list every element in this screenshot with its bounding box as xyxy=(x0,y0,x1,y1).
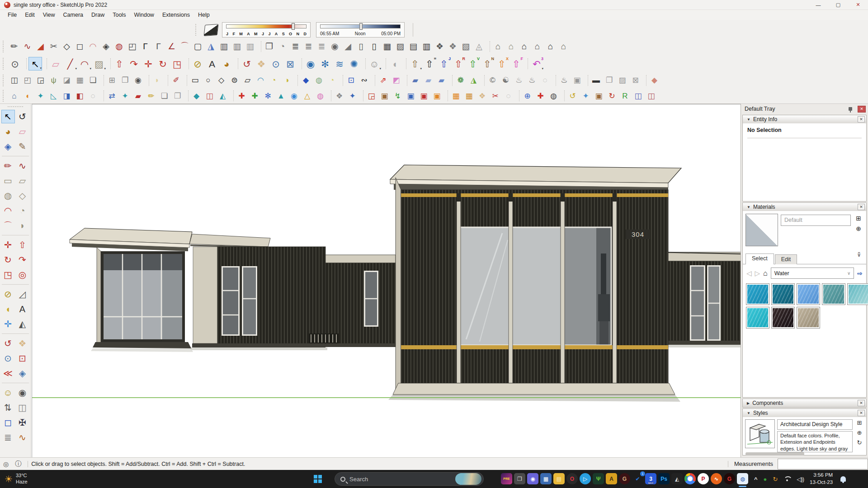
material-swatch-water-cyan[interactable] xyxy=(746,307,769,328)
curic-section-icon[interactable]: ↶3▾ xyxy=(530,57,543,70)
rug-orange-2-icon[interactable]: ▦ xyxy=(463,90,475,102)
menu-item[interactable]: View xyxy=(39,12,59,18)
plus-red-icon[interactable]: ✚ xyxy=(236,90,248,102)
cut-plane-icon[interactable]: ✂ xyxy=(47,40,60,52)
crate-brown-icon[interactable]: ▣ xyxy=(378,90,391,102)
r-green-icon[interactable]: R xyxy=(619,90,631,102)
rotated-rectangle-icon[interactable]: ▱ xyxy=(16,174,29,188)
node-box-icon[interactable]: ◮ xyxy=(467,74,480,86)
rectangle-icon[interactable]: ▭ xyxy=(1,174,15,188)
account-icon[interactable]: ☺▾ xyxy=(368,57,381,70)
house-1-icon[interactable]: ⌂ xyxy=(492,40,504,52)
tab-select[interactable]: Select xyxy=(745,253,774,264)
teapot-dot-icon[interactable]: ♨ xyxy=(558,74,570,86)
stairs-1-icon[interactable]: ≣ xyxy=(289,40,302,52)
ramp-icon[interactable]: ◢ xyxy=(342,40,354,52)
warehouse-shield-icon[interactable]: ◉ xyxy=(304,57,317,70)
scissors-red-icon[interactable]: ✂ xyxy=(489,90,501,102)
taskbar-app-chrome[interactable] xyxy=(684,473,696,484)
teal-wedge-icon[interactable]: ◭ xyxy=(217,90,229,102)
section-plane-tool-icon[interactable]: ◫ xyxy=(16,401,29,414)
fan-yellow-icon[interactable]: ◔ xyxy=(326,74,338,86)
shape-circle-pie-icon[interactable]: ◑ xyxy=(281,74,293,86)
eye-copy-icon[interactable]: ◉ xyxy=(132,74,144,86)
arc-icon[interactable]: ⌒ xyxy=(1,219,15,232)
shadow-toggle-icon[interactable] xyxy=(204,23,219,36)
entity-info-close-button[interactable]: ✕ xyxy=(858,116,865,122)
time-slider-track[interactable] xyxy=(320,24,401,28)
styles-close-button[interactable]: ✕ xyxy=(858,410,865,416)
select-icon[interactable]: ↖▾ xyxy=(28,57,42,70)
offset-icon[interactable]: ◎ xyxy=(16,268,29,282)
follow-me-icon[interactable]: ↷ xyxy=(127,57,141,70)
taskbar-app-chat[interactable]: ◉ xyxy=(527,473,538,484)
taskbar-app-file-explorer[interactable]: ▤ xyxy=(553,473,565,484)
date-slider-track[interactable] xyxy=(226,24,307,28)
horseshoe-gold-icon[interactable]: ↺ xyxy=(566,90,579,102)
taskbar-app-calculator[interactable]: ▦ xyxy=(540,473,552,484)
teapot-frame-icon[interactable]: ▣ xyxy=(571,74,583,86)
copy-array-icon[interactable]: ❐ xyxy=(119,74,131,86)
slash-tile-1-icon[interactable]: ▰ xyxy=(409,74,421,86)
cylinder-red-icon[interactable]: ◍ xyxy=(113,40,125,52)
ring-gray2-icon[interactable]: ◌ xyxy=(502,90,514,102)
update-style-icon[interactable]: ↻ xyxy=(857,439,862,446)
pushpull-n-icon[interactable]: ⇧N xyxy=(481,57,494,70)
taskbar-app-sticky-notes[interactable]: ❐ xyxy=(514,473,525,484)
materials-header[interactable]: ▼ Materials ✕ xyxy=(743,203,866,211)
window-pane-icon[interactable]: ▦ xyxy=(74,74,86,86)
rug-orange-icon[interactable]: ▦ xyxy=(450,90,462,102)
blob-pink-icon[interactable]: ◍ xyxy=(314,90,326,102)
hidden-icons-button[interactable]: ^ xyxy=(754,476,758,483)
pair-gray-icon[interactable]: ❖ xyxy=(333,90,345,102)
paint-bucket-icon[interactable]: ◕ xyxy=(220,57,233,70)
drop-blue-icon[interactable]: ◉ xyxy=(288,90,300,102)
cone-teal-icon[interactable]: ▲ xyxy=(275,90,287,102)
zoom-extents-icon[interactable]: ⊠ xyxy=(283,57,297,70)
stairs-3-icon[interactable]: ≣ xyxy=(316,40,328,52)
red-box-icon[interactable]: ◧ xyxy=(74,90,86,102)
eraser-icon[interactable]: ▱ xyxy=(16,125,29,138)
scale-icon[interactable]: ◳ xyxy=(170,57,184,70)
move-icon[interactable]: ✛ xyxy=(1,238,15,252)
box-down-icon[interactable]: ◲ xyxy=(34,74,47,86)
collection-dropdown[interactable]: Water ∨ xyxy=(771,267,854,279)
slash-tile-3-icon[interactable]: ▰ xyxy=(435,74,448,86)
bezier-curve-icon[interactable]: ∿ xyxy=(21,40,33,52)
sandbox-icon[interactable]: ∿ xyxy=(16,431,29,444)
material-swatch-water-pool-light[interactable] xyxy=(797,283,820,305)
minimize-button[interactable]: — xyxy=(808,0,828,9)
entity-info-header[interactable]: ▼ Entity Info ✕ xyxy=(743,115,866,123)
arc-icon[interactable]: ◠▾ xyxy=(78,57,91,70)
weather-widget[interactable]: ☀ 33°C Haze xyxy=(5,473,59,485)
columns-2-icon[interactable]: ▥ xyxy=(231,40,243,52)
solid-box-icon[interactable]: ◈ xyxy=(100,40,112,52)
shadow-time-slider[interactable]: 06:55 AM Noon 05:00 PM xyxy=(316,22,405,38)
pair-blue-icon[interactable]: ✦ xyxy=(346,90,359,102)
swirl-gray-icon[interactable]: ◌ xyxy=(539,74,551,86)
stairs-2-icon[interactable]: ≣ xyxy=(302,40,315,52)
window-grid-icon[interactable]: ▦ xyxy=(381,40,393,52)
sync-icon[interactable]: ↻ xyxy=(773,476,778,483)
rotate-icon[interactable]: ↻ xyxy=(1,253,15,267)
carve-2-icon[interactable]: ❖ xyxy=(447,40,459,52)
walk-icon[interactable]: ⇅ xyxy=(1,401,15,414)
taskbar-app-plant-viewer[interactable]: Ψ xyxy=(593,473,604,484)
look-around-icon[interactable]: ◉ xyxy=(16,386,29,399)
styles-header[interactable]: ▼ Styles ✕ xyxy=(743,409,866,417)
toolbar-grip[interactable] xyxy=(3,41,6,52)
time-slider-handle[interactable] xyxy=(359,23,363,30)
teapot-copy-icon[interactable]: ❐ xyxy=(603,74,615,86)
frame-circle-icon[interactable]: ◍ xyxy=(313,74,325,86)
material-name-field[interactable]: Default xyxy=(781,215,851,226)
tic-teal-icon[interactable]: ✦ xyxy=(34,90,47,102)
components-header[interactable]: ▶ Components ✕ xyxy=(743,399,866,407)
box-orange-icon[interactable]: ▣ xyxy=(431,90,443,102)
sketch-doc-icon[interactable]: ✏ xyxy=(8,40,20,52)
text-icon[interactable]: A xyxy=(16,302,29,316)
menu-item[interactable]: Window xyxy=(130,12,158,18)
taskbar-app-opera[interactable]: O xyxy=(566,473,578,484)
menu-item[interactable]: Camera xyxy=(59,12,87,18)
components-close-button[interactable]: ✕ xyxy=(858,400,865,406)
tray-close-button[interactable]: ✕ xyxy=(858,106,866,113)
